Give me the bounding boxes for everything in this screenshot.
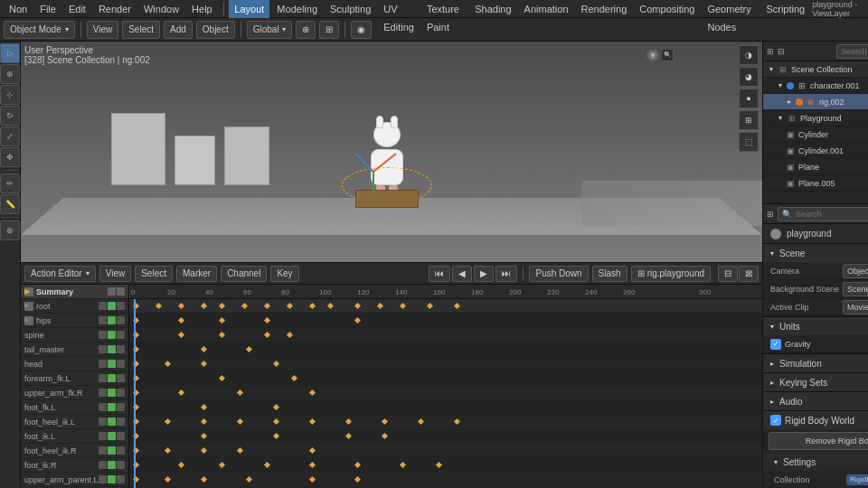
pivot-btn[interactable]: ⊕ <box>296 21 316 39</box>
gravity-checkbox[interactable]: ✓ <box>770 339 781 350</box>
track-eye-foot-ik-r[interactable] <box>108 461 116 469</box>
track-lock-foot-ik-r[interactable] <box>99 461 107 469</box>
rigid-body-header[interactable]: ✓ Rigid Body World <box>763 411 868 429</box>
rotate-tool-btn[interactable]: ↻ <box>0 106 20 126</box>
play-reverse-btn[interactable]: ◀ <box>452 266 472 282</box>
viewport-shading-material[interactable]: ◕ <box>739 67 759 87</box>
menu-non[interactable]: Non <box>4 0 33 18</box>
track-pin-ua-parent-l[interactable] <box>117 475 125 483</box>
track-pin-foot-fk[interactable] <box>117 403 125 411</box>
track-pin-foot-ik-r[interactable] <box>117 461 125 469</box>
track-lock-head[interactable] <box>99 360 107 368</box>
workspace-texture-paint[interactable]: Texture Paint <box>421 0 467 18</box>
rigid-body-checkbox[interactable]: ✓ <box>770 415 781 426</box>
track-eye-upper-arm-fk[interactable] <box>108 389 116 397</box>
filter-btn[interactable]: ⊟ <box>718 266 738 282</box>
track-eye-foot-heel-r[interactable] <box>108 446 116 455</box>
track-lock-foot-fk[interactable] <box>99 403 107 411</box>
workspace-compositing[interactable]: Compositing <box>634 0 700 18</box>
track-pin-foot-ik-l[interactable] <box>117 432 125 440</box>
select-menu-btn[interactable]: Select <box>122 21 160 39</box>
track-lock-spine[interactable] <box>99 331 107 339</box>
timeline-select-btn[interactable]: Select <box>135 266 173 282</box>
track-eye-ua-parent-l[interactable] <box>108 475 116 483</box>
tree-rig-002[interactable]: ▸ ⊕ rig.002 👁 ⊙ ◎ <box>763 94 868 110</box>
move-tool-btn[interactable]: ⊹ <box>0 85 20 105</box>
menu-window[interactable]: Window <box>138 0 184 18</box>
play-btn[interactable]: ▶ <box>474 266 494 282</box>
track-head[interactable]: head <box>21 357 128 371</box>
track-eye-foot-heel-l[interactable] <box>108 418 116 426</box>
track-pin-root[interactable] <box>117 302 125 310</box>
track-foot-ik-l[interactable]: foot_ik.L <box>21 429 128 444</box>
menu-edit[interactable]: Edit <box>63 0 91 18</box>
workspace-shading[interactable]: Shading <box>469 0 516 18</box>
properties-search[interactable]: 🔍 <box>778 207 868 221</box>
track-eye-foot-fk[interactable] <box>108 403 116 411</box>
prev-keyframe-btn[interactable]: ⏮ <box>429 266 450 282</box>
proportional-btn[interactable]: ◉ <box>351 21 372 39</box>
track-eye-head[interactable] <box>108 360 116 368</box>
outliner-search-input[interactable] <box>836 44 868 59</box>
track-eye-summary[interactable] <box>117 287 125 296</box>
track-lock-summary[interactable] <box>108 287 116 296</box>
track-lock-ua-parent-l[interactable] <box>99 475 107 483</box>
annotate-tool-btn[interactable]: ✏ <box>0 174 20 193</box>
keying-sets-header[interactable]: ▸ Keying Sets <box>763 373 868 391</box>
snap-btn[interactable]: ⊞ <box>319 21 339 39</box>
active-clip-value[interactable]: Movie Clip <box>843 300 868 314</box>
scale-tool-btn[interactable]: ⤢ <box>0 127 20 146</box>
timeline-channel-btn[interactable]: Channel <box>221 266 267 282</box>
add-menu-btn[interactable]: Add <box>164 21 193 39</box>
select-tool-btn[interactable]: ▷ <box>0 43 20 63</box>
tree-plane[interactable]: ▣ Plane 👁 ⊙ ◎ <box>763 159 868 175</box>
track-pin-hips[interactable] <box>117 316 125 324</box>
track-lock-foot-heel-l[interactable] <box>99 418 107 426</box>
viewport-overlay-toggle[interactable]: ⊞ <box>739 110 759 130</box>
track-tail-master[interactable]: tail_master <box>21 343 128 357</box>
transform-tool-btn[interactable]: ✥ <box>0 147 20 167</box>
timeline-marker-btn[interactable]: Marker <box>176 266 217 282</box>
3d-viewport[interactable]: User Perspective [328] Scene Collection … <box>21 42 762 263</box>
tree-cylinder[interactable]: ▣ Cylinder 👁 ⊙ ◎ <box>763 127 868 143</box>
viewport-shading-solid[interactable]: ◑ <box>739 45 759 65</box>
action-name-field[interactable]: ⊞ rig.playground <box>631 266 711 282</box>
camera-value[interactable]: Object <box>843 264 868 278</box>
track-foot-fk-l[interactable]: foot_fk.L <box>21 400 128 415</box>
track-summary[interactable]: ▶ Summary <box>21 285 128 299</box>
track-eye-spine[interactable] <box>108 331 116 339</box>
add-tool-btn[interactable]: ⊕ <box>0 221 20 240</box>
measure-tool-btn[interactable]: 📏 <box>0 194 20 214</box>
timeline-view-btn[interactable]: View <box>99 266 132 282</box>
track-lock-foot-ik-l[interactable] <box>99 432 107 440</box>
bg-scene-value[interactable]: Scene <box>843 282 868 296</box>
gizmo-zoom[interactable]: 🔍 <box>661 49 674 61</box>
track-root[interactable]: ▶ root <box>21 299 128 314</box>
gizmo-sphere[interactable]: Y <box>646 49 659 61</box>
workspace-rendering[interactable]: Rendering <box>576 0 633 18</box>
push-down-btn[interactable]: Push Down <box>529 266 588 282</box>
menu-file[interactable]: File <box>34 0 61 18</box>
workspace-sculpting[interactable]: Sculpting <box>325 0 376 18</box>
units-section-header[interactable]: ▾ Units <box>763 317 868 335</box>
track-pin-foot-heel-l[interactable] <box>117 418 125 426</box>
simulation-section-header[interactable]: ▸ Simulation <box>763 354 868 372</box>
workspace-animation[interactable]: Animation <box>519 0 574 18</box>
track-foot-ik-r[interactable]: foot_ik.R <box>21 458 128 473</box>
cursor-tool-btn[interactable]: ⊕ <box>0 64 20 84</box>
workspace-layout[interactable]: Layout <box>229 0 269 18</box>
track-lock-forearm[interactable] <box>99 374 107 382</box>
track-forearm-fk-l[interactable]: forearm_fk.L <box>21 371 128 386</box>
transform-global-dropdown[interactable]: Global ▾ <box>247 21 292 39</box>
track-pin-head[interactable] <box>117 360 125 368</box>
track-upper-arm-parent-l[interactable]: upper_arm_parent.L <box>21 473 128 487</box>
scene-section-header[interactable]: ▾ Scene <box>763 244 868 262</box>
track-lock-upper-arm-fk[interactable] <box>99 389 107 397</box>
properties-search-input[interactable] <box>792 207 868 221</box>
viewport-shading-render[interactable]: ● <box>739 89 759 108</box>
timeline-key-btn[interactable]: Key <box>270 266 298 282</box>
track-lock-root[interactable] <box>99 302 107 310</box>
track-foot-heel-ik-l[interactable]: foot_heel_ik.L <box>21 415 128 429</box>
audio-header[interactable]: ▸ Audio <box>763 392 868 410</box>
object-mode-dropdown[interactable]: Object Mode ▾ <box>4 21 75 39</box>
